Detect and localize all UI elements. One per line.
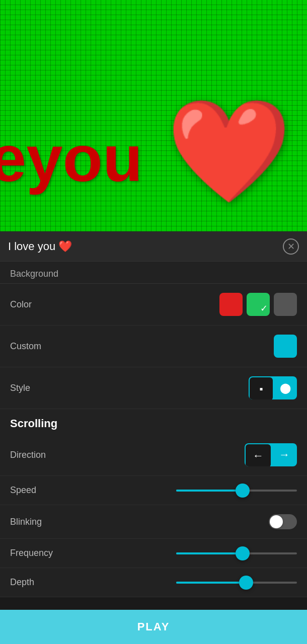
color-controls: ✓ <box>219 293 297 316</box>
led-text: eyou <box>0 126 142 191</box>
direction-row: Direction ← → <box>0 434 307 476</box>
custom-row: Custom <box>0 326 307 367</box>
speed-row: Speed <box>0 476 307 505</box>
play-button[interactable]: PLAY <box>0 610 307 644</box>
check-icon: ✓ <box>260 303 268 314</box>
blinking-toggle[interactable] <box>269 514 297 529</box>
depth-fill <box>176 582 246 584</box>
direction-right[interactable]: → <box>272 443 297 466</box>
direction-left[interactable]: ← <box>246 444 271 466</box>
speed-track <box>176 490 297 492</box>
speed-thumb[interactable] <box>236 484 250 498</box>
frequency-fill <box>176 552 243 554</box>
custom-color-swatch[interactable] <box>274 335 297 358</box>
style-row: Style ▪ ⬤ <box>0 367 307 409</box>
settings-panel: Background Color ✓ Custom Style ▪ ⬤ Scr <box>0 262 307 597</box>
clear-button[interactable]: ✕ <box>283 238 299 255</box>
color-swatch-red[interactable] <box>219 293 243 316</box>
scrolling-section-heading: Scrolling <box>0 409 307 434</box>
input-text[interactable]: I love you ❤️ <box>8 240 283 253</box>
toggle-knob <box>270 515 283 528</box>
color-swatch-gray[interactable] <box>274 293 297 316</box>
style-toggle[interactable]: ▪ ⬤ <box>249 376 297 399</box>
depth-track <box>176 582 297 584</box>
led-display: eyou ❤️ <box>0 0 307 231</box>
custom-label: Custom <box>10 341 41 352</box>
speed-slider[interactable] <box>176 490 297 492</box>
style-label: Style <box>10 383 30 393</box>
blinking-row: Blinking <box>0 505 307 539</box>
led-heart: ❤️ <box>166 101 292 201</box>
depth-row: Depth <box>0 568 307 597</box>
color-row: Color ✓ <box>0 284 307 326</box>
input-bar: I love you ❤️ ✕ <box>0 231 307 262</box>
speed-label: Speed <box>10 485 36 496</box>
frequency-track <box>176 552 297 554</box>
direction-toggle[interactable]: ← → <box>245 443 297 466</box>
depth-slider[interactable] <box>176 582 297 584</box>
frequency-thumb[interactable] <box>236 546 250 560</box>
style-option-square[interactable]: ▪ <box>250 377 273 399</box>
color-swatch-green[interactable]: ✓ <box>247 293 270 316</box>
frequency-label: Frequency <box>10 548 53 558</box>
depth-label: Depth <box>10 577 34 588</box>
depth-thumb[interactable] <box>239 576 253 590</box>
speed-fill <box>176 490 243 492</box>
frequency-slider[interactable] <box>176 552 297 554</box>
style-option-circle[interactable]: ⬤ <box>274 376 297 399</box>
color-label: Color <box>10 299 32 310</box>
blinking-label: Blinking <box>10 517 42 527</box>
background-section-header: Background <box>0 262 307 284</box>
direction-label: Direction <box>10 450 46 460</box>
frequency-row: Frequency <box>0 539 307 568</box>
